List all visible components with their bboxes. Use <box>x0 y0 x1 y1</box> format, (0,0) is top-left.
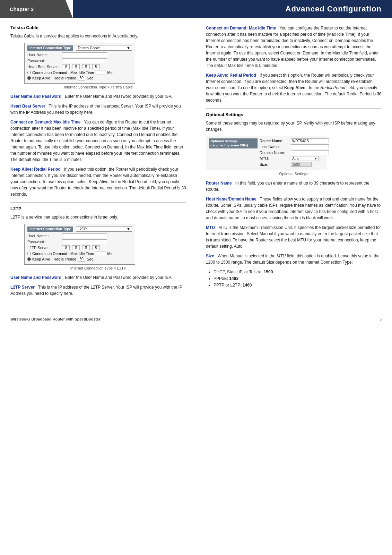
term-rn-block: Router Name In this field, you can enter… <box>206 180 382 193</box>
l2tp-server-row: L2TP Server : 0 . 0 . 0 . 0 <box>27 245 132 250</box>
l2tp-connect-demand-row: Connect on Demand : Max Idle Time Min. <box>27 251 132 256</box>
telstra-password-input[interactable] <box>62 58 107 63</box>
footer-page-number: 5 <box>380 317 382 321</box>
l2tp-ip1[interactable]: 0 <box>62 245 70 250</box>
l2tp-password-row: Password : <box>27 239 132 244</box>
opt-router-name-input[interactable]: WRT54GS <box>291 138 329 143</box>
telstra-heartbeat-label: Heart Beat Server: <box>27 65 62 69</box>
telstra-heartbeat-ip: 0 . 0 . 0 . 0 <box>62 64 100 69</box>
l2tp-ip3[interactable]: 0 <box>82 245 90 250</box>
telstra-ip4[interactable]: 0 <box>92 64 100 69</box>
optional-caption: Optional Settings <box>206 172 382 176</box>
telstra-connection-label: Internet Connection Type <box>27 45 73 51</box>
telstra-caption: Internet Connection Type > Telstra Cable <box>10 85 186 89</box>
telstra-idle-time-input[interactable] <box>96 70 106 75</box>
term-size-label: Size <box>206 254 214 258</box>
opt-router-name-label: Router Name: <box>260 139 291 143</box>
telstra-ip3[interactable]: 0 <box>82 64 90 69</box>
opt-size-value: 1500 <box>292 163 300 166</box>
term1-spacer <box>63 94 64 99</box>
l2tp-connect-demand-radio[interactable] <box>27 252 31 255</box>
term-hn-block: Host Name/Domain Name These fields allow… <box>206 196 382 221</box>
term6-spacer <box>36 285 37 290</box>
l2tp-connect-demand-unit: Min. <box>107 251 115 256</box>
optional-form-box: Optional Settings(required by some ISPs)… <box>206 136 327 170</box>
l2tp-ip4[interactable]: 0 <box>92 245 100 250</box>
opt-host-name-input[interactable] <box>291 144 329 149</box>
term-ka-label: Keep Alive: Redial Period <box>206 73 256 78</box>
term-cod-spacer <box>277 26 278 31</box>
term-size-spacer <box>215 254 216 258</box>
telstra-ip2[interactable]: 0 <box>72 64 80 69</box>
term6-block: L2TP Server This is the IP address of th… <box>10 284 186 297</box>
l2tp-connection-select[interactable]: L2TP ▼ <box>76 226 132 232</box>
term-mtu-label: MTU <box>206 225 215 230</box>
opt-domain-name-input[interactable] <box>291 150 329 155</box>
l2tp-dropdown-arrow-icon: ▼ <box>127 227 130 231</box>
l2tp-password-input[interactable] <box>62 239 107 244</box>
telstra-keep-alive-unit: Sec. <box>87 76 94 80</box>
l2tp-intro: L2TP is a service that applies to connec… <box>10 214 186 220</box>
l2tp-server-label: L2TP Server : <box>27 246 62 250</box>
telstra-keep-alive-input[interactable]: 30 <box>78 76 85 80</box>
telstra-username-input[interactable] <box>62 52 107 57</box>
l2tp-caption: Internet Connection Type > L2TP <box>10 266 186 270</box>
telstra-password-row: Password: <box>27 58 132 63</box>
term5-spacer <box>63 275 64 280</box>
term3-text: You can configure the Router to cut the … <box>10 120 183 162</box>
opt-size-row: Size: 1500 <box>260 162 329 167</box>
l2tp-username-input[interactable] <box>62 233 107 238</box>
section-divider-l2tp <box>10 202 186 203</box>
term2-spacer <box>46 104 47 109</box>
term-size-text-p1: When Manual is selected in the <box>218 254 277 258</box>
term3-block: Connect on Demand: Max Idle Time You can… <box>10 119 186 163</box>
footer-product-name: Wireless-G Broadband Router with SpeedBo… <box>10 317 101 321</box>
size-bullet-list: DHCP, Static IP, or Telstra: 1500 PPPoE:… <box>206 269 382 289</box>
l2tp-keep-alive-unit: Sec. <box>87 257 94 261</box>
term-rn-label: Router Name <box>206 181 232 186</box>
bullet-item-dhcp: DHCP, Static IP, or Telstra: 1500 <box>214 269 382 275</box>
telstra-cable-intro: Telstra Cable is a service that applies … <box>10 33 186 39</box>
telstra-connect-demand-radio[interactable] <box>27 71 31 74</box>
l2tp-keep-alive-radio[interactable] <box>27 257 31 261</box>
telstra-connect-demand-label: Connect on Demand : Max Idle Time <box>32 70 94 75</box>
opt-domain-name-label: Domain Name: <box>260 151 291 155</box>
l2tp-password-label: Password : <box>27 240 62 244</box>
opt-mtu-value: Auto <box>292 157 299 161</box>
term4-spacer <box>62 167 63 172</box>
term4-label: Keep Alive: Redial Period <box>10 167 61 172</box>
term-size-italic: MTU <box>277 254 286 258</box>
l2tp-username-row: User Name : <box>27 233 132 238</box>
term-ka-bold2: 30 <box>377 92 381 96</box>
term-cod-block: Connect on Demand: Max Idle Time You can… <box>206 25 382 69</box>
telstra-keep-alive-label: Keep Alive : Redial Period <box>32 76 76 80</box>
l2tp-keep-alive-input[interactable]: 30 <box>78 257 85 262</box>
l2tp-connection-value: L2TP <box>78 227 87 231</box>
telstra-keep-alive-row: Keep Alive : Redial Period 30 Sec. <box>27 76 132 80</box>
opt-router-name-row: Router Name: WRT54GS <box>260 138 329 143</box>
term1-block: User Name and Password Enter the User Na… <box>10 93 186 100</box>
term-ka-text-p4: seconds. <box>206 98 223 103</box>
telstra-connection-select[interactable]: Telstra Cable ▼ <box>76 45 132 51</box>
l2tp-ip2[interactable]: 0 <box>72 245 80 250</box>
l2tp-server-ip: 0 . 0 . 0 . 0 <box>62 245 100 250</box>
telstra-ip1[interactable]: 0 <box>62 64 70 69</box>
term-ka-block: Keep Alive: Redial Period If you select … <box>206 72 382 103</box>
l2tp-username-label: User Name : <box>27 234 62 238</box>
optional-settings-intro: Some of these settings may be required b… <box>206 120 382 133</box>
l2tp-form-box: Internet Connection Type L2TP ▼ User Nam… <box>24 224 135 265</box>
l2tp-idle-time-input[interactable] <box>96 251 106 256</box>
main-content: Telstra Cable Telstra Cable is a service… <box>0 18 392 307</box>
term-ka-text-p2: . In the <box>306 85 320 90</box>
l2tp-keep-alive-row: Keep Alive : Redial Period 30 Sec. <box>27 257 132 262</box>
opt-mtu-select[interactable]: Auto ▼ <box>291 156 319 161</box>
telstra-form-title-row: Internet Connection Type Telstra Cable ▼ <box>27 45 132 51</box>
term-ka-italic1: Redial Period <box>320 85 345 90</box>
opt-host-name-label: Host Name: <box>260 145 291 149</box>
opt-size-input[interactable]: 1500 <box>291 162 312 167</box>
term3-spacer <box>82 120 83 125</box>
telstra-keep-alive-radio[interactable] <box>27 76 31 80</box>
term-ka-bold1: Keep Alive <box>284 85 305 90</box>
opt-mtu-row: MTU: Auto ▼ <box>260 156 329 161</box>
section-divider-optional <box>206 108 382 109</box>
